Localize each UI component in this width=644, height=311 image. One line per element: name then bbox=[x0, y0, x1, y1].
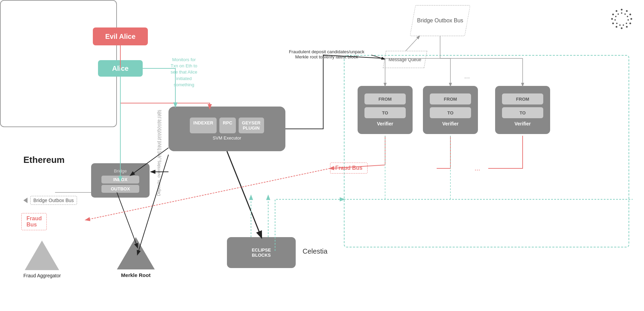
monitors-text: Monitors forTxn on Eth tosee that Alicei… bbox=[165, 57, 203, 88]
verifier3-from: FROM bbox=[502, 93, 543, 104]
svm-executor-label: SVM Executor bbox=[212, 135, 241, 141]
verifier3-label: Verifier bbox=[514, 121, 531, 126]
svg-point-16 bbox=[626, 23, 627, 24]
svg-point-18 bbox=[619, 24, 621, 26]
verifier1-to: TO bbox=[364, 107, 406, 118]
inbox-box: INBOX bbox=[101, 176, 139, 184]
svg-point-22 bbox=[618, 13, 619, 15]
merkle-label: Merkle Root bbox=[117, 272, 155, 278]
svg-point-11 bbox=[616, 10, 618, 12]
celestia-label: Celestia bbox=[303, 247, 327, 255]
arrow-left-icon bbox=[23, 198, 28, 203]
verifier1-from: FROM bbox=[364, 93, 406, 104]
verifier2-from: FROM bbox=[430, 93, 471, 104]
svg-point-4 bbox=[630, 23, 631, 24]
message-queue: Message Queue bbox=[383, 51, 427, 68]
svg-point-19 bbox=[616, 23, 618, 24]
svg-point-10 bbox=[612, 14, 614, 15]
indexer-box: INDEXER bbox=[190, 118, 217, 133]
geyser-plugin-box: GEYSERPLUGIN bbox=[239, 118, 264, 133]
verifier3-to: TO bbox=[502, 107, 543, 118]
verifier2-to: TO bbox=[430, 107, 471, 118]
svm-executor: INDEXER RPC GEYSERPLUGIN SVM Executor bbox=[168, 107, 285, 151]
diagram: Bridge Outbox Bus Message Queue FROM TO … bbox=[0, 0, 644, 311]
bus-label-left: Bridge Outbox Bus bbox=[30, 196, 77, 205]
svg-point-3 bbox=[631, 18, 632, 20]
ethereum-label: Ethereum bbox=[23, 155, 65, 165]
fraud-aggregator: Fraud Aggregator bbox=[23, 241, 61, 278]
bridge-outbox-bus-top: Bridge Outbox Bus bbox=[410, 5, 470, 36]
svg-point-2 bbox=[630, 14, 631, 15]
dots-logo bbox=[610, 7, 634, 31]
svg-point-0 bbox=[621, 9, 623, 11]
deposits-text: Deposits, overrides, and fraud proofs/vo… bbox=[156, 110, 161, 196]
fraud-agg-triangle-icon bbox=[25, 241, 59, 270]
svg-point-12 bbox=[621, 12, 622, 14]
svg-point-15 bbox=[627, 19, 629, 21]
svg-point-20 bbox=[614, 19, 616, 21]
bridge-outbox-bus-left: Bridge Outbox Bus bbox=[23, 196, 77, 205]
verifier-3: FROM TO Verifier bbox=[495, 86, 550, 134]
ellipsis-top: ... bbox=[464, 72, 470, 80]
svg-point-17 bbox=[623, 24, 624, 26]
fraudulent-text: Fraudulent deposit candidates/unpackMerk… bbox=[282, 49, 371, 59]
fraud-bus-right: Fraud Bus bbox=[330, 163, 368, 174]
svg-point-14 bbox=[627, 16, 628, 17]
evil-alice-node: Evil Alice bbox=[93, 27, 148, 45]
svg-point-9 bbox=[611, 18, 613, 20]
fraud-agg-label: Fraud Aggregator bbox=[23, 273, 61, 278]
merkle-triangle-icon bbox=[117, 237, 155, 269]
verifier-1: FROM TO Verifier bbox=[358, 86, 413, 134]
svg-point-5 bbox=[626, 26, 628, 28]
svg-point-21 bbox=[615, 16, 616, 17]
verifier2-label: Verifier bbox=[442, 121, 458, 126]
verifier1-label: Verifier bbox=[377, 121, 393, 126]
eclipse-blocks: ECLIPSEBLOCKS bbox=[227, 237, 296, 268]
svg-point-7 bbox=[616, 26, 618, 28]
svg-point-1 bbox=[626, 10, 628, 12]
svg-point-13 bbox=[624, 13, 626, 15]
svg-point-6 bbox=[621, 27, 623, 29]
bridge-box: Bridge INBOX OUTBOX bbox=[91, 163, 150, 198]
merkle-root: Merkle Root bbox=[117, 237, 155, 278]
alice-node: Alice bbox=[98, 60, 143, 77]
fraud-bus-left: FraudBus bbox=[21, 213, 47, 230]
svg-point-8 bbox=[612, 23, 614, 24]
teal-region bbox=[344, 55, 629, 247]
ellipsis-fraud: ... bbox=[474, 164, 480, 172]
bridge-label: Bridge bbox=[114, 168, 127, 174]
verifier-2: FROM TO Verifier bbox=[423, 86, 478, 134]
outbox-box: OUTBOX bbox=[101, 185, 139, 193]
fraud-bus-left-label: FraudBus bbox=[26, 215, 42, 227]
rpc-box: RPC bbox=[219, 118, 236, 133]
